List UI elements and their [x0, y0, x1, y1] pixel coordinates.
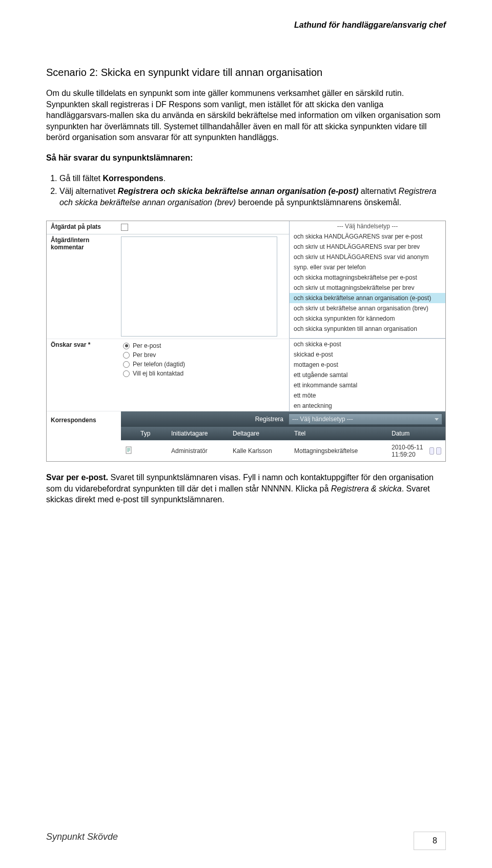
event-type-dropdown-2[interactable]: och skicka e-post skickad e-post mottage…: [289, 339, 445, 411]
page-number: 8: [414, 832, 446, 850]
text: Gå till fältet: [59, 174, 102, 183]
page-icon: [125, 446, 133, 455]
dropdown-option[interactable]: och skriv ut mottagningsbekräftelse per …: [290, 283, 445, 293]
paragraph-2-bold: Så här svarar du synpunktslämnaren:: [46, 152, 446, 164]
event-type-dropdown[interactable]: --- Välj händelsetyp --- och skicka HAND…: [289, 221, 445, 339]
delete-icon[interactable]: [436, 447, 441, 455]
checkbox-cell: [121, 221, 289, 233]
radio-option-brev[interactable]: Per brev: [123, 350, 289, 360]
text: alternativt: [358, 187, 398, 195]
table-row[interactable]: Administratör Kalle Karlsson Mottagnings…: [121, 440, 445, 461]
checkbox-atgardat[interactable]: [121, 224, 128, 231]
magnifier-icon[interactable]: [429, 447, 435, 455]
radio-label: Per telefon (dagtid): [133, 361, 185, 368]
dropdown-option[interactable]: och skriv ut HANDLÄGGARENS svar per brev: [290, 242, 445, 252]
label-kommentar: Åtgärd/intern kommentar: [47, 234, 121, 253]
radio-option-epost[interactable]: Per e-post: [123, 341, 289, 350]
text-italic: Registrera & skicka: [331, 484, 402, 493]
footer-left: Synpunkt Skövde: [46, 832, 118, 842]
radio-label: Vill ej bli kontaktad: [133, 370, 183, 377]
dropdown-heading: --- Välj händelsetyp ---: [290, 221, 445, 231]
left-column: Åtgärdat på plats Åtgärd/intern kommenta…: [47, 221, 289, 339]
cell-datum: 2010-05-11 11:59:20: [387, 441, 445, 461]
cell-init: Administratör: [167, 444, 229, 458]
label-atgardat: Åtgärdat på plats: [47, 221, 121, 232]
th-typ: Typ: [136, 427, 167, 440]
row-kommentar: Åtgärd/intern kommentar: [47, 234, 289, 339]
radio-icon: [123, 361, 130, 368]
dropdown-option[interactable]: en anteckning: [290, 401, 445, 411]
th-init: Initiativtagare: [167, 427, 229, 440]
cell-titel: Mottagningsbekräftelse: [290, 444, 387, 458]
radio-icon: [123, 352, 130, 359]
text-bold: Korrespondens: [102, 174, 163, 183]
radio-option-telefon[interactable]: Per telefon (dagtid): [123, 360, 289, 369]
label-korrespondens: Korrespondens: [47, 411, 121, 461]
dropdown-option[interactable]: och skriv ut bekräftelse annan organisat…: [290, 303, 445, 313]
dropdown-option[interactable]: och skicka e-post: [290, 339, 445, 349]
radio-label: Per e-post: [133, 342, 161, 349]
section-heading: Scenario 2: Skicka en synpunkt vidare ti…: [46, 67, 446, 78]
textarea-cell: [121, 234, 289, 339]
korr-content: Registrera --- Välj händelsetyp --- Typ …: [121, 411, 445, 461]
label-onskar: Önskar svar *: [47, 339, 121, 350]
table-header: Typ Initiativtagare Deltagare Titel Datu…: [121, 427, 445, 440]
dropdown-option[interactable]: och skriv ut HANDLÄGGARENS svar vid anon…: [290, 252, 445, 262]
list-item: Gå till fältet Korrespondens.: [59, 173, 446, 184]
cell-delt: Kalle Karlsson: [229, 444, 290, 458]
kommentar-textarea[interactable]: [121, 236, 277, 337]
radio-icon: [123, 343, 130, 349]
page-header-right: Lathund för handläggare/ansvarig chef: [294, 21, 446, 30]
radio-label: Per brev: [133, 351, 156, 359]
paragraph-1: Om du skulle tilldelats en synpunkt som …: [46, 88, 446, 143]
dropdown-option[interactable]: ett utgående samtal: [290, 370, 445, 380]
dropdown-option[interactable]: och skicka HANDLÄGGARENS svar per e-post: [290, 231, 445, 242]
th-icon: [121, 427, 136, 440]
paragraph-3: Svar per e-post. Svaret till synpunktslä…: [46, 472, 446, 505]
datum-text: 2010-05-11 11:59:20: [392, 444, 427, 458]
dropdown-option-selected[interactable]: och skicka bekräftelse annan organisatio…: [290, 293, 445, 303]
chevron-down-icon: [435, 418, 439, 421]
dropdown-option[interactable]: mottagen e-post: [290, 360, 445, 370]
dropdown-option[interactable]: och skicka synpunkten till annan organis…: [290, 324, 445, 334]
dropdown-option[interactable]: och skicka mottagningsbekräftelse per e-…: [290, 272, 445, 283]
select-value: --- Välj händelsetyp ---: [292, 416, 353, 423]
cell-typ: [136, 448, 167, 454]
text: .: [163, 174, 166, 183]
radio-icon: [123, 370, 130, 377]
row-onskar: Önskar svar * Per e-post Per brev Per te…: [47, 339, 445, 411]
text: beroende på synpunktslämnarens önskemål.: [236, 198, 401, 207]
dropdown-option[interactable]: ett inkommande samtal: [290, 380, 445, 390]
instruction-list: Gå till fältet Korrespondens. Välj alter…: [59, 173, 446, 208]
text: Välj alternativet: [59, 187, 118, 195]
form-screenshot: Åtgärdat på plats Åtgärd/intern kommenta…: [46, 221, 446, 462]
list-item: Välj alternativet Registrera och skicka …: [59, 186, 446, 208]
th-delt: Deltagare: [229, 427, 290, 440]
dropdown-option[interactable]: och skicka synpunkten för kännedom: [290, 313, 445, 324]
register-bar: Registrera --- Välj händelsetyp ---: [121, 411, 445, 427]
cell-icon: [121, 443, 136, 459]
text-bold-italic: Registrera och skicka bekräftelse annan …: [118, 187, 358, 195]
th-titel: Titel: [290, 427, 387, 440]
row-atgardat: Åtgärdat på plats: [47, 221, 289, 234]
dropdown-option[interactable]: skickad e-post: [290, 349, 445, 360]
document-body: Scenario 2: Skicka en synpunkt vidare ti…: [46, 67, 446, 505]
register-label: Registrera: [124, 416, 289, 423]
register-select[interactable]: --- Välj händelsetyp ---: [289, 413, 442, 425]
text-bold: Svar per e-post.: [46, 473, 108, 482]
row-korrespondens: Korrespondens Registrera --- Välj händel…: [47, 411, 445, 461]
radio-group: Per e-post Per brev Per telefon (dagtid)…: [121, 339, 289, 380]
radio-option-ej-kontakt[interactable]: Vill ej bli kontaktad: [123, 369, 289, 378]
dropdown-option[interactable]: ett möte: [290, 390, 445, 401]
dropdown-option[interactable]: synp. eller svar per telefon: [290, 262, 445, 272]
top-section: Åtgärdat på plats Åtgärd/intern kommenta…: [47, 221, 445, 339]
th-datum: Datum: [387, 427, 445, 440]
